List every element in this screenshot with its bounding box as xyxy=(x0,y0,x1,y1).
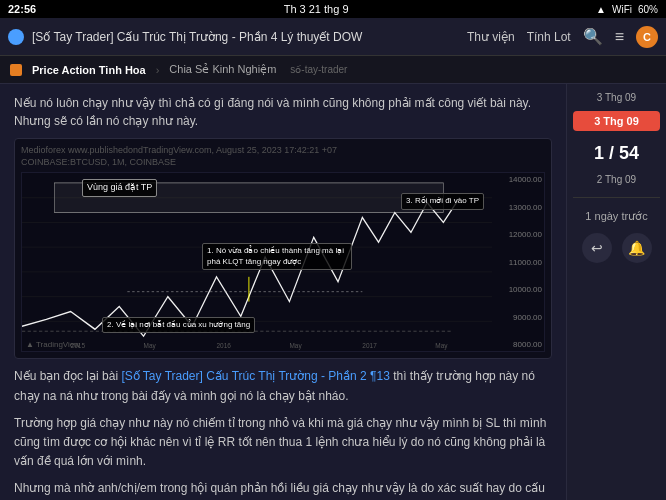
price-14000: 14000.00 xyxy=(494,175,544,184)
svg-text:2017: 2017 xyxy=(362,341,376,351)
chart-header: Medioforex www.publishedondTradingView.c… xyxy=(21,145,545,168)
sidebar-divider xyxy=(573,197,660,198)
status-icons: ▲ WiFi 60% xyxy=(596,4,658,15)
svg-text:May: May xyxy=(144,341,157,351)
sidebar-ago: 1 ngày trước xyxy=(573,210,660,223)
status-time: 22:56 xyxy=(8,3,36,15)
svg-text:May: May xyxy=(289,341,302,351)
chart-meta: Medioforex www.publishedondTradingView.c… xyxy=(21,145,545,168)
thu-vien-link[interactable]: Thư viện xyxy=(467,30,515,44)
breadcrumb-category[interactable]: Chia Sẻ Kinh Nghiệm xyxy=(165,61,280,78)
tradingview-logo: ▲ TradingView xyxy=(26,340,80,349)
header: [Số Tay Trader] Cấu Trúc Thị Trường - Ph… xyxy=(0,18,666,56)
search-icon[interactable]: 🔍 xyxy=(583,27,603,46)
bell-button[interactable]: 🔔 xyxy=(622,233,652,263)
content-area: Nếu nó luôn chạy như vậy thì chả có gì đ… xyxy=(0,84,566,500)
annotation-tp-zone: Vùng giá đặt TP xyxy=(82,179,157,197)
sidebar-date-highlight: 3 Thg 09 xyxy=(573,111,660,131)
battery-icon: 60% xyxy=(638,4,658,15)
status-bar: 22:56 Th 3 21 thg 9 ▲ WiFi 60% xyxy=(0,0,666,18)
tinh-lot-link[interactable]: Tính Lot xyxy=(527,30,571,44)
menu-icon[interactable]: ≡ xyxy=(615,28,624,46)
price-13000: 13000.00 xyxy=(494,203,544,212)
bottom-para-3: Nhưng mà nhờ anh/chị/em trong hội quán p… xyxy=(14,479,552,500)
annotation-1: 1. Nó vừa đảo chiều thành tăng mà lại ph… xyxy=(202,243,352,270)
sidebar-actions: ↩ 🔔 xyxy=(573,233,660,263)
wifi-icon: WiFi xyxy=(612,4,632,15)
reply-button[interactable]: ↩ xyxy=(582,233,612,263)
bottom-text: Nếu bạn đọc lại bài [Số Tay Trader] Cấu … xyxy=(14,367,552,500)
sidebar-date1-label: 3 Thg 09 xyxy=(573,92,660,103)
sidebar-pagination: 1 / 54 xyxy=(573,143,660,164)
bottom-para-1: Nếu bạn đọc lại bài [Số Tay Trader] Cấu … xyxy=(14,367,552,405)
status-date: Th 3 21 thg 9 xyxy=(284,3,349,15)
signal-icon: ▲ xyxy=(596,4,606,15)
price-labels: 14000.00 13000.00 12000.00 11000.00 1000… xyxy=(494,173,544,351)
breadcrumb-source[interactable]: Price Action Tinh Hoa xyxy=(28,62,150,78)
main-layout: Nếu nó luôn chạy như vậy thì chả có gì đ… xyxy=(0,84,666,500)
annotation-3: 3. Rồi mới đi vào TP xyxy=(401,193,484,209)
chart-container: Medioforex www.publishedondTradingView.c… xyxy=(14,138,552,359)
annotation-2: 2. Về lại nơi bắt đầu của xu hướng tăng xyxy=(102,317,255,333)
breadcrumb-bar: Price Action Tinh Hoa › Chia Sẻ Kinh Ngh… xyxy=(0,56,666,84)
header-actions: Thư viện Tính Lot 🔍 ≡ C xyxy=(467,26,658,48)
svg-text:2016: 2016 xyxy=(216,341,230,351)
header-title: [Số Tay Trader] Cấu Trúc Thị Trường - Ph… xyxy=(32,30,459,44)
svg-text:May: May xyxy=(435,341,448,351)
price-11000: 11000.00 xyxy=(494,258,544,267)
price-8000: 8000.00 xyxy=(494,340,544,349)
sidebar-date1-section: 3 Thg 09 xyxy=(573,92,660,105)
sidebar: 3 Thg 09 3 Thg 09 1 / 54 2 Thg 09 1 ngày… xyxy=(566,84,666,500)
price-12000: 12000.00 xyxy=(494,230,544,239)
chart-inner: 2015 May 2016 May 2017 May 14000.00 1300… xyxy=(21,172,545,352)
user-avatar[interactable]: C xyxy=(636,26,658,48)
site-logo xyxy=(10,64,22,76)
post-intro: Nếu nó luôn chạy như vậy thì chả có gì đ… xyxy=(14,94,552,130)
price-10000: 10000.00 xyxy=(494,285,544,294)
sidebar-date2: 2 Thg 09 xyxy=(573,174,660,185)
breadcrumb-tag: số-tay-trader xyxy=(290,64,347,75)
bottom-para-2: Trường hợp giá chạy như này nó chiếm tỉ … xyxy=(14,414,552,472)
favicon-icon xyxy=(8,29,24,45)
bottom-link[interactable]: [Số Tay Trader] Cấu Trúc Thị Trường - Ph… xyxy=(121,369,389,383)
price-9000: 9000.00 xyxy=(494,313,544,322)
